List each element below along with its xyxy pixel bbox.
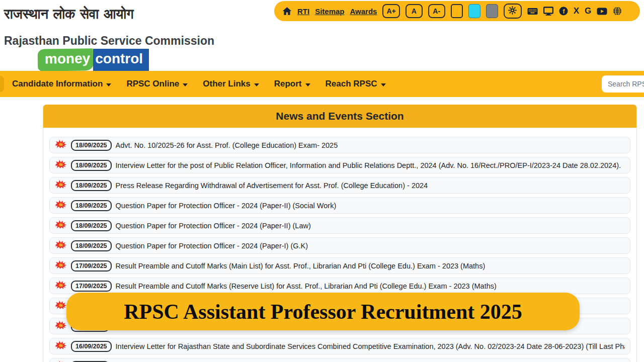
theme-swatch-gray[interactable] (486, 4, 498, 18)
nav-items: Candidate Information RPSC Online Other … (12, 71, 386, 97)
nav-reach-rpsc[interactable]: Reach RPSC (326, 79, 386, 89)
chevron-down-icon (305, 83, 310, 86)
chevron-down-icon (106, 83, 111, 86)
news-date-badge: 16/09/2025 (71, 341, 112, 352)
site-title-english: Rajasthan Public Service Commission (4, 34, 214, 48)
news-item-link[interactable]: Press Release Regarding Withdrawal of Ad… (116, 182, 428, 190)
facebook-icon[interactable]: f (559, 7, 568, 16)
font-decrease-button[interactable]: A- (428, 4, 445, 18)
nav-rpsc-online[interactable]: RPSC Online (126, 79, 188, 89)
new-starburst-icon (55, 320, 67, 332)
recruitment-banner: RPSC Assistant Professor Recruitment 202… (66, 293, 580, 330)
news-item-link[interactable]: Advt. No. 10/2025-26 for Asst. Prof. (Co… (116, 141, 338, 149)
news-date-badge: 18/09/2025 (71, 160, 112, 171)
news-section-title: News and Events Section (43, 105, 636, 128)
news-list-item[interactable]: 18/09/2025 Question Paper for Protection… (49, 197, 630, 214)
news-list-item[interactable]: 18/09/2025 Advt. No. 10/2025-26 for Asst… (49, 137, 630, 153)
news-list-item[interactable]: 18/09/2025 Interview Letter for the post… (49, 157, 630, 173)
monitor-icon[interactable] (543, 7, 553, 16)
news-item-link[interactable]: Question Paper for Protection Officer - … (116, 202, 337, 210)
main-navbar: Candidate Information RPSC Online Other … (0, 71, 644, 97)
news-list-item[interactable]: 17/09/2025 Result Preamble and Cutoff Ma… (49, 257, 630, 274)
news-item-link[interactable]: Result Preamble and Cutoff Marks (Main L… (116, 262, 486, 270)
font-increase-button[interactable]: A+ (382, 4, 399, 18)
globe-icon[interactable] (613, 7, 622, 16)
news-list-item[interactable]: 16/09/2025 Interview Letter for Rajastha… (49, 338, 630, 354)
new-starburst-icon (55, 159, 67, 171)
news-date-badge: 18/09/2025 (71, 180, 112, 191)
news-date-badge: 18/09/2025 (71, 140, 112, 151)
moneycontrol-logo-money: money (38, 48, 94, 71)
news-item-link[interactable]: Question Paper for Protection Officer - … (116, 242, 308, 250)
home-icon[interactable] (282, 7, 292, 16)
gear-icon (508, 6, 517, 17)
settings-button[interactable] (504, 4, 522, 19)
news-list-item[interactable]: 18/09/2025 Question Paper for Protection… (49, 217, 630, 234)
new-starburst-icon (55, 240, 67, 251)
keyboard-icon[interactable] (527, 8, 538, 15)
x-twitter-icon[interactable]: X (574, 6, 579, 16)
news-date-badge: 17/09/2025 (71, 281, 112, 292)
nav-candidate-information[interactable]: Candidate Information (12, 79, 111, 89)
news-date-badge: 18/09/2025 (71, 240, 112, 251)
news-date-badge: 17/09/2025 (71, 260, 112, 272)
news-list-item[interactable]: 18/09/2025 Press Release Regarding Withd… (49, 177, 630, 194)
font-normal-button[interactable]: A (406, 4, 423, 18)
news-list-item[interactable]: 17/09/2025 Result Preamble and Cutoff Ma… (49, 278, 630, 294)
new-starburst-icon (55, 300, 67, 312)
chevron-down-icon (254, 83, 259, 86)
theme-swatch-cyan[interactable] (468, 4, 480, 18)
sitemap-link[interactable]: Sitemap (315, 7, 344, 16)
news-item-link[interactable]: Interview Letter for the post of Public … (116, 161, 621, 169)
new-starburst-icon (55, 139, 67, 151)
news-list-item[interactable] (49, 358, 630, 362)
navbar-edge-decoration (0, 76, 4, 92)
chevron-down-icon (381, 83, 386, 86)
new-starburst-icon (55, 280, 67, 292)
news-date-badge: 18/09/2025 (71, 200, 112, 211)
nav-report[interactable]: Report (274, 79, 310, 89)
news-item-link[interactable]: Result Preamble and Cutoff Marks (Reserv… (116, 282, 497, 290)
new-starburst-icon (55, 220, 67, 231)
moneycontrol-logo-control: control (93, 49, 149, 71)
news-item-link[interactable]: Question Paper for Protection Officer - … (116, 222, 311, 230)
news-item-link[interactable]: Interview Letter for Rajasthan State and… (116, 342, 625, 350)
new-starburst-icon (55, 179, 67, 191)
nav-other-links[interactable]: Other Links (203, 79, 259, 89)
search-input[interactable] (602, 75, 644, 93)
rpsc-website-screenshot: राजस्थान लोक सेवा आयोग Rajasthan Public … (0, 0, 644, 362)
chevron-down-icon (183, 83, 188, 86)
rti-link[interactable]: RTI (297, 7, 309, 16)
banner-title: RPSC Assistant Professor Recruitment 202… (124, 300, 522, 324)
new-starburst-icon (55, 200, 67, 211)
new-starburst-icon (55, 340, 67, 352)
theme-swatch-yellow[interactable] (451, 4, 463, 18)
awards-link[interactable]: Awards (350, 7, 377, 16)
site-title-hindi: राजस्थान लोक सेवा आयोग (4, 6, 134, 22)
top-toolbar: RTI Sitemap Awards A+ A A- (274, 1, 640, 21)
youtube-icon[interactable] (597, 8, 607, 15)
google-icon[interactable]: G (585, 6, 591, 16)
new-starburst-icon (55, 260, 67, 272)
news-list-item[interactable]: 18/09/2025 Question Paper for Protection… (49, 237, 630, 254)
news-date-badge: 18/09/2025 (71, 220, 112, 231)
moneycontrol-logo: money control (38, 49, 149, 71)
